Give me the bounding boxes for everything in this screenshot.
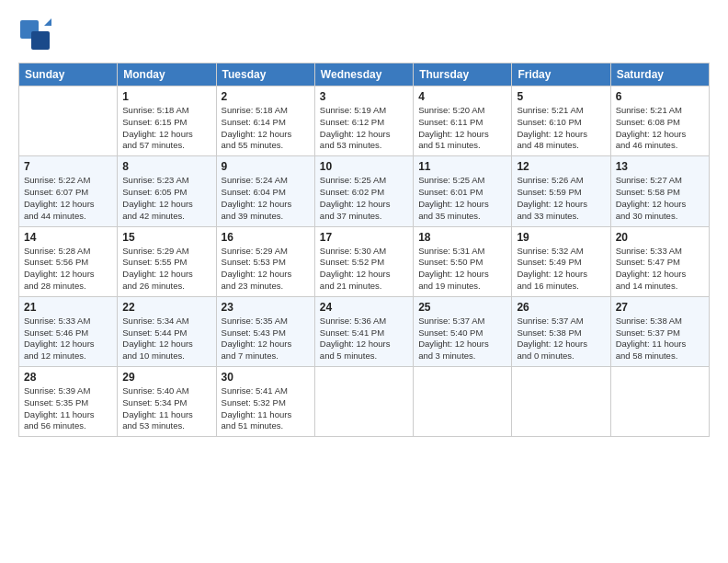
calendar-cell (610, 367, 709, 437)
calendar-cell: 22Sunrise: 5:34 AM Sunset: 5:44 PM Dayli… (118, 296, 216, 366)
day-info: Sunrise: 5:20 AM Sunset: 6:11 PM Dayligh… (418, 105, 506, 152)
calendar-table: SundayMondayTuesdayWednesdayThursdayFrid… (18, 63, 710, 437)
day-number: 7 (24, 160, 112, 173)
day-info: Sunrise: 5:24 AM Sunset: 6:04 PM Dayligh… (222, 175, 310, 222)
day-info: Sunrise: 5:31 AM Sunset: 5:50 PM Dayligh… (418, 246, 506, 293)
day-info: Sunrise: 5:32 AM Sunset: 5:49 PM Dayligh… (517, 246, 605, 293)
day-info: Sunrise: 5:19 AM Sunset: 6:12 PM Dayligh… (320, 105, 408, 152)
header-tuesday: Tuesday (216, 63, 314, 86)
calendar-cell: 17Sunrise: 5:30 AM Sunset: 5:52 PM Dayli… (314, 226, 413, 296)
day-number: 21 (24, 301, 112, 314)
calendar-cell: 27Sunrise: 5:38 AM Sunset: 5:37 PM Dayli… (610, 296, 709, 366)
calendar-cell: 8Sunrise: 5:23 AM Sunset: 6:05 PM Daylig… (118, 156, 216, 226)
week-row-4: 21Sunrise: 5:33 AM Sunset: 5:46 PM Dayli… (19, 296, 710, 366)
week-row-5: 28Sunrise: 5:39 AM Sunset: 5:35 PM Dayli… (19, 367, 710, 437)
calendar-cell: 7Sunrise: 5:22 AM Sunset: 6:07 PM Daylig… (19, 156, 118, 226)
week-row-1: 1Sunrise: 5:18 AM Sunset: 6:15 PM Daylig… (19, 86, 710, 156)
day-info: Sunrise: 5:26 AM Sunset: 5:59 PM Dayligh… (517, 175, 605, 222)
day-number: 1 (122, 90, 210, 103)
day-number: 27 (616, 301, 704, 314)
calendar-cell: 29Sunrise: 5:40 AM Sunset: 5:34 PM Dayli… (118, 367, 216, 437)
day-number: 23 (222, 301, 310, 314)
logo (18, 18, 53, 55)
day-number: 12 (517, 160, 605, 173)
calendar-cell: 18Sunrise: 5:31 AM Sunset: 5:50 PM Dayli… (414, 226, 512, 296)
calendar-cell: 15Sunrise: 5:29 AM Sunset: 5:55 PM Dayli… (118, 226, 216, 296)
header-saturday: Saturday (610, 63, 709, 86)
day-info: Sunrise: 5:21 AM Sunset: 6:10 PM Dayligh… (517, 105, 605, 152)
day-number: 29 (122, 371, 210, 384)
calendar-cell: 11Sunrise: 5:25 AM Sunset: 6:01 PM Dayli… (414, 156, 512, 226)
calendar-cell: 20Sunrise: 5:33 AM Sunset: 5:47 PM Dayli… (610, 226, 709, 296)
svg-rect-2 (31, 31, 50, 50)
day-info: Sunrise: 5:27 AM Sunset: 5:58 PM Dayligh… (616, 175, 704, 222)
day-number: 19 (517, 231, 605, 244)
calendar-cell: 10Sunrise: 5:25 AM Sunset: 6:02 PM Dayli… (314, 156, 413, 226)
day-info: Sunrise: 5:22 AM Sunset: 6:07 PM Dayligh… (24, 175, 112, 222)
day-number: 3 (320, 90, 408, 103)
calendar-cell: 25Sunrise: 5:37 AM Sunset: 5:40 PM Dayli… (414, 296, 512, 366)
day-number: 16 (222, 231, 310, 244)
day-info: Sunrise: 5:29 AM Sunset: 5:53 PM Dayligh… (222, 246, 310, 293)
day-info: Sunrise: 5:29 AM Sunset: 5:55 PM Dayligh… (122, 246, 210, 293)
day-number: 13 (616, 160, 704, 173)
day-info: Sunrise: 5:18 AM Sunset: 6:14 PM Dayligh… (222, 105, 310, 152)
day-info: Sunrise: 5:33 AM Sunset: 5:46 PM Dayligh… (24, 316, 112, 362)
day-number: 24 (320, 301, 408, 314)
day-info: Sunrise: 5:37 AM Sunset: 5:38 PM Dayligh… (517, 316, 605, 362)
day-info: Sunrise: 5:23 AM Sunset: 6:05 PM Dayligh… (122, 175, 210, 222)
header-wednesday: Wednesday (314, 63, 413, 86)
day-number: 8 (122, 160, 210, 173)
day-number: 20 (616, 231, 704, 244)
day-info: Sunrise: 5:41 AM Sunset: 5:32 PM Dayligh… (222, 385, 310, 432)
week-row-3: 14Sunrise: 5:28 AM Sunset: 5:56 PM Dayli… (19, 226, 710, 296)
day-info: Sunrise: 5:25 AM Sunset: 6:01 PM Dayligh… (418, 175, 506, 222)
calendar-cell (512, 367, 610, 437)
day-info: Sunrise: 5:37 AM Sunset: 5:40 PM Dayligh… (418, 316, 506, 362)
day-number: 26 (517, 301, 605, 314)
day-info: Sunrise: 5:38 AM Sunset: 5:37 PM Dayligh… (616, 316, 704, 362)
calendar-cell: 19Sunrise: 5:32 AM Sunset: 5:49 PM Dayli… (512, 226, 610, 296)
calendar-cell: 14Sunrise: 5:28 AM Sunset: 5:56 PM Dayli… (19, 226, 118, 296)
calendar-cell: 26Sunrise: 5:37 AM Sunset: 5:38 PM Dayli… (512, 296, 610, 366)
calendar-cell: 24Sunrise: 5:36 AM Sunset: 5:41 PM Dayli… (314, 296, 413, 366)
calendar-cell: 28Sunrise: 5:39 AM Sunset: 5:35 PM Dayli… (19, 367, 118, 437)
day-number: 9 (222, 160, 310, 173)
day-number: 18 (418, 231, 506, 244)
day-info: Sunrise: 5:18 AM Sunset: 6:15 PM Dayligh… (122, 105, 210, 152)
day-number: 6 (616, 90, 704, 103)
calendar-body: 1Sunrise: 5:18 AM Sunset: 6:15 PM Daylig… (19, 86, 710, 437)
day-info: Sunrise: 5:36 AM Sunset: 5:41 PM Dayligh… (320, 316, 408, 362)
day-info: Sunrise: 5:25 AM Sunset: 6:02 PM Dayligh… (320, 175, 408, 222)
calendar-cell: 6Sunrise: 5:21 AM Sunset: 6:08 PM Daylig… (610, 86, 709, 156)
day-info: Sunrise: 5:40 AM Sunset: 5:34 PM Dayligh… (122, 385, 210, 432)
calendar-cell: 16Sunrise: 5:29 AM Sunset: 5:53 PM Dayli… (216, 226, 314, 296)
calendar-cell: 23Sunrise: 5:35 AM Sunset: 5:43 PM Dayli… (216, 296, 314, 366)
calendar-cell: 12Sunrise: 5:26 AM Sunset: 5:59 PM Dayli… (512, 156, 610, 226)
day-number: 30 (222, 371, 310, 384)
calendar-cell: 4Sunrise: 5:20 AM Sunset: 6:11 PM Daylig… (414, 86, 512, 156)
page-header (18, 15, 710, 55)
calendar-cell (19, 86, 118, 156)
day-info: Sunrise: 5:21 AM Sunset: 6:08 PM Dayligh… (616, 105, 704, 152)
day-number: 11 (418, 160, 506, 173)
day-number: 17 (320, 231, 408, 244)
header-thursday: Thursday (414, 63, 512, 86)
day-number: 10 (320, 160, 408, 173)
day-number: 2 (222, 90, 310, 103)
header-sunday: Sunday (19, 63, 118, 86)
calendar-cell: 13Sunrise: 5:27 AM Sunset: 5:58 PM Dayli… (610, 156, 709, 226)
day-number: 4 (418, 90, 506, 103)
calendar-cell: 21Sunrise: 5:33 AM Sunset: 5:46 PM Dayli… (19, 296, 118, 366)
calendar-cell: 30Sunrise: 5:41 AM Sunset: 5:32 PM Dayli… (216, 367, 314, 437)
day-info: Sunrise: 5:30 AM Sunset: 5:52 PM Dayligh… (320, 246, 408, 293)
day-info: Sunrise: 5:28 AM Sunset: 5:56 PM Dayligh… (24, 246, 112, 293)
day-number: 22 (122, 301, 210, 314)
day-number: 14 (24, 231, 112, 244)
calendar-cell: 9Sunrise: 5:24 AM Sunset: 6:04 PM Daylig… (216, 156, 314, 226)
logo-icon (18, 18, 51, 52)
calendar-cell: 3Sunrise: 5:19 AM Sunset: 6:12 PM Daylig… (314, 86, 413, 156)
calendar-header-row: SundayMondayTuesdayWednesdayThursdayFrid… (19, 63, 710, 86)
calendar-cell: 2Sunrise: 5:18 AM Sunset: 6:14 PM Daylig… (216, 86, 314, 156)
day-info: Sunrise: 5:34 AM Sunset: 5:44 PM Dayligh… (122, 316, 210, 362)
